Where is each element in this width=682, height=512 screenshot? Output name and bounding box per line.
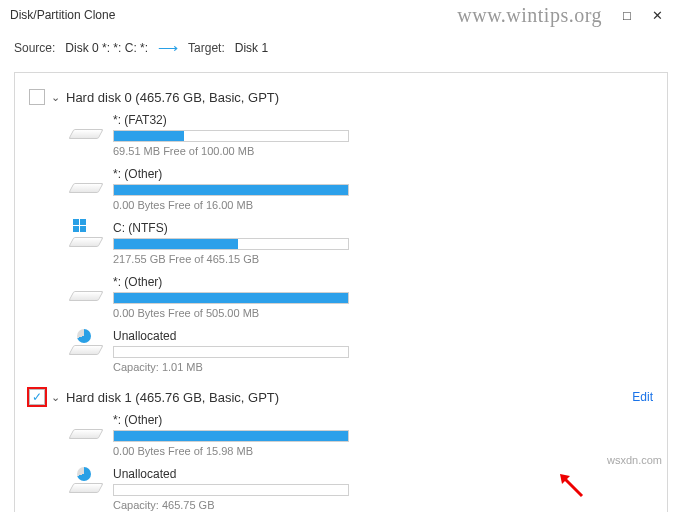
partition-row[interactable]: Unallocated Capacity: 465.75 GB (69, 467, 349, 511)
source-label: Source: (14, 41, 55, 55)
partition-row[interactable]: *: (FAT32) 69.51 MB Free of 100.00 MB (69, 113, 349, 157)
target-value: Disk 1 (235, 41, 268, 55)
partition-info: 0.00 Bytes Free of 16.00 MB (113, 199, 349, 211)
disk1-title: Hard disk 1 (465.76 GB, Basic, GPT) (66, 390, 279, 405)
partition-name: *: (Other) (113, 167, 349, 181)
usage-bar (113, 346, 349, 358)
source-target-bar: Source: Disk 0 *: *: C: *: ⟶ Target: Dis… (0, 26, 682, 66)
attribution-text: wsxdn.com (607, 454, 662, 466)
usage-bar (113, 238, 349, 250)
watermark-text: www.wintips.org (457, 4, 602, 27)
disk1-header[interactable]: ✓ ⌄ Hard disk 1 (465.76 GB, Basic, GPT) … (29, 389, 653, 405)
source-value: Disk 0 *: *: C: *: (65, 41, 148, 55)
partition-info: 217.55 GB Free of 465.15 GB (113, 253, 349, 265)
window-title: Disk/Partition Clone (10, 8, 115, 22)
usage-bar (113, 184, 349, 196)
disk0-checkbox[interactable] (29, 89, 45, 105)
partition-info: 69.51 MB Free of 100.00 MB (113, 145, 349, 157)
disk-panel: ⌄ Hard disk 0 (465.76 GB, Basic, GPT) *:… (14, 72, 668, 512)
chevron-down-icon[interactable]: ⌄ (51, 91, 60, 104)
disk1-checkbox[interactable]: ✓ (29, 389, 45, 405)
unallocated-icon (69, 331, 103, 357)
partition-info: 0.00 Bytes Free of 505.00 MB (113, 307, 349, 319)
partition-row[interactable]: *: (Other) 0.00 Bytes Free of 505.00 MB (69, 275, 349, 319)
disk0-title: Hard disk 0 (465.76 GB, Basic, GPT) (66, 90, 279, 105)
partition-name: Unallocated (113, 467, 349, 481)
disk0-partitions: *: (FAT32) 69.51 MB Free of 100.00 MB *:… (29, 113, 653, 383)
partition-name: *: (FAT32) (113, 113, 349, 127)
close-icon[interactable]: ✕ (642, 8, 672, 23)
partition-name: C: (NTFS) (113, 221, 349, 235)
disk0-header[interactable]: ⌄ Hard disk 0 (465.76 GB, Basic, GPT) (29, 89, 653, 105)
partition-row[interactable]: Unallocated Capacity: 1.01 MB (69, 329, 349, 373)
disk1-partitions: *: (Other) 0.00 Bytes Free of 15.98 MB U… (29, 413, 653, 512)
drive-icon (69, 115, 103, 141)
partition-name: Unallocated (113, 329, 349, 343)
drive-icon (69, 169, 103, 195)
partition-name: *: (Other) (113, 413, 349, 427)
check-icon: ✓ (32, 391, 42, 403)
target-label: Target: (188, 41, 225, 55)
titlebar: Disk/Partition Clone www.wintips.org □ ✕ (0, 0, 682, 26)
unallocated-icon (69, 469, 103, 495)
usage-bar (113, 130, 349, 142)
windows-drive-icon (69, 223, 103, 249)
partition-row[interactable]: C: (NTFS) 217.55 GB Free of 465.15 GB (69, 221, 349, 265)
chevron-down-icon[interactable]: ⌄ (51, 391, 60, 404)
partition-info: Capacity: 1.01 MB (113, 361, 349, 373)
partition-name: *: (Other) (113, 275, 349, 289)
arrow-right-icon: ⟶ (158, 40, 178, 56)
edit-link[interactable]: Edit (632, 390, 653, 404)
partition-row[interactable]: *: (Other) 0.00 Bytes Free of 15.98 MB (69, 413, 349, 457)
drive-icon (69, 277, 103, 303)
partition-info: Capacity: 465.75 GB (113, 499, 349, 511)
usage-bar (113, 292, 349, 304)
partition-info: 0.00 Bytes Free of 15.98 MB (113, 445, 349, 457)
partition-row[interactable]: *: (Other) 0.00 Bytes Free of 16.00 MB (69, 167, 349, 211)
maximize-icon[interactable]: □ (612, 8, 642, 23)
usage-bar (113, 484, 349, 496)
drive-icon (69, 415, 103, 441)
usage-bar (113, 430, 349, 442)
